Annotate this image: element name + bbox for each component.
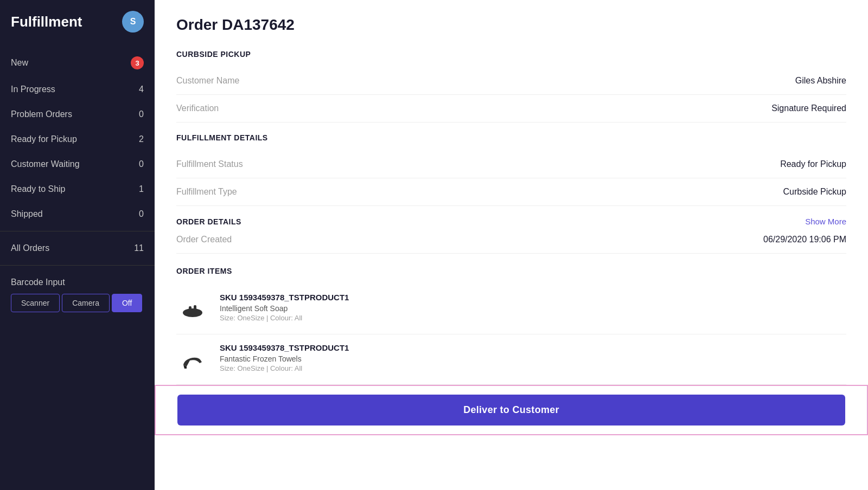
fulfillment-details-section: FULFILLMENT DETAILS Fulfillment Status R… — [176, 133, 846, 206]
order-created-value: 06/29/2020 19:06 PM — [763, 235, 846, 244]
app-title: Fulfillment — [11, 14, 82, 30]
nav-badge: 0 — [139, 159, 144, 169]
nav-badge: 3 — [131, 56, 144, 69]
main-content: Order DA137642 CURBSIDE PICKUP Customer … — [155, 0, 868, 490]
verification-label: Verification — [176, 104, 219, 113]
customer-name-row: Customer Name Giles Abshire — [176, 67, 846, 95]
order-title: Order DA137642 — [176, 16, 846, 34]
order-item: SKU 1593459378_TSTPRODUCT1 Fantastic Fro… — [176, 334, 846, 385]
order-items-list: SKU 1593459378_TSTPRODUCT1 Intelligent S… — [176, 284, 846, 385]
item-image — [176, 293, 209, 325]
nav-item-label: Problem Orders — [11, 109, 72, 119]
sidebar-header: Fulfillment S — [0, 0, 155, 49]
item-attrs: Size: OneSize | Colour: All — [220, 364, 846, 372]
order-details-header: ORDER DETAILS Show More — [176, 217, 846, 226]
svg-rect-1 — [189, 306, 192, 314]
item-image — [176, 343, 209, 376]
nav-item-label: Customer Waiting — [11, 159, 80, 169]
nav-item-label: In Progress — [11, 85, 55, 94]
item-sku: SKU 1593459378_TSTPRODUCT1 — [220, 343, 846, 352]
deliver-to-customer-button[interactable]: Deliver to Customer — [177, 395, 845, 425]
nav-item-ready-to-ship[interactable]: Ready to Ship1 — [0, 177, 155, 202]
curbside-pickup-section: CURBSIDE PICKUP Customer Name Giles Absh… — [176, 50, 846, 122]
nav-item-label: Ready to Ship — [11, 184, 66, 194]
nav-item-label: New — [11, 58, 28, 68]
show-more-link[interactable]: Show More — [805, 217, 846, 226]
nav-item-ready-for-pickup[interactable]: Ready for Pickup2 — [0, 127, 155, 152]
nav-items: New3In Progress4Problem Orders0Ready for… — [0, 49, 155, 227]
nav-badge: 0 — [139, 209, 144, 219]
nav-badge: 0 — [139, 109, 144, 119]
item-sku: SKU 1593459378_TSTPRODUCT1 — [220, 293, 846, 302]
item-attrs: Size: OneSize | Colour: All — [220, 314, 846, 322]
nav-badge: 2 — [139, 134, 144, 144]
customer-name-label: Customer Name — [176, 76, 239, 86]
curbside-section-title: CURBSIDE PICKUP — [176, 50, 846, 59]
nav-item-new[interactable]: New3 — [0, 49, 155, 77]
sidebar: Fulfillment S New3In Progress4Problem Or… — [0, 0, 155, 490]
fulfillment-type-label: Fulfillment Type — [176, 187, 237, 197]
nav-item-label: Shipped — [11, 209, 43, 219]
nav-item-all-orders[interactable]: All Orders 11 — [0, 236, 155, 261]
barcode-toggle[interactable]: ScannerCameraOff — [11, 294, 144, 312]
order-created-row: Order Created 06/29/2020 19:06 PM — [176, 226, 846, 254]
nav-item-label: Ready for Pickup — [11, 134, 77, 144]
item-name: Intelligent Soft Soap — [220, 304, 846, 313]
verification-value: Signature Required — [771, 104, 846, 113]
fulfillment-status-value: Ready for Pickup — [780, 159, 846, 169]
toggle-camera[interactable]: Camera — [62, 294, 110, 312]
action-area: Deliver to Customer — [155, 385, 868, 435]
avatar: S — [122, 11, 144, 33]
fulfillment-type-value: Curbside Pickup — [783, 187, 847, 197]
item-details: SKU 1593459378_TSTPRODUCT1 Intelligent S… — [220, 293, 846, 322]
svg-rect-2 — [194, 305, 196, 314]
order-items-title: ORDER ITEMS — [176, 267, 846, 275]
order-details-title: ORDER DETAILS — [176, 217, 241, 226]
fulfillment-status-row: Fulfillment Status Ready for Pickup — [176, 151, 846, 178]
toggle-off[interactable]: Off — [112, 294, 142, 312]
barcode-label: Barcode Input — [11, 278, 65, 287]
nav-badge: 1 — [139, 184, 144, 194]
nav-divider — [0, 231, 155, 231]
customer-name-value: Giles Abshire — [795, 76, 846, 86]
barcode-section: Barcode Input ScannerCameraOff — [0, 270, 155, 320]
nav-badge: 4 — [139, 85, 144, 94]
order-items-section: ORDER ITEMS SKU 1593459378_TSTPRODUCT1 I… — [176, 267, 846, 385]
item-name: Fantastic Frozen Towels — [220, 354, 846, 363]
fulfillment-status-label: Fulfillment Status — [176, 159, 243, 169]
nav-divider-2 — [0, 265, 155, 266]
order-item: SKU 1593459378_TSTPRODUCT1 Intelligent S… — [176, 284, 846, 334]
nav-item-shipped[interactable]: Shipped0 — [0, 202, 155, 227]
nav-item-customer-waiting[interactable]: Customer Waiting0 — [0, 152, 155, 177]
nav-item-in-progress[interactable]: In Progress4 — [0, 77, 155, 102]
item-details: SKU 1593459378_TSTPRODUCT1 Fantastic Fro… — [220, 343, 846, 372]
fulfillment-section-title: FULFILLMENT DETAILS — [176, 133, 846, 142]
nav-item-problem-orders[interactable]: Problem Orders0 — [0, 102, 155, 127]
svg-point-0 — [183, 308, 202, 317]
verification-row: Verification Signature Required — [176, 95, 846, 122]
order-details-section: ORDER DETAILS Show More Order Created 06… — [176, 217, 846, 254]
toggle-scanner[interactable]: Scanner — [11, 294, 60, 312]
order-created-label: Order Created — [176, 235, 232, 244]
fulfillment-type-row: Fulfillment Type Curbside Pickup — [176, 178, 846, 206]
